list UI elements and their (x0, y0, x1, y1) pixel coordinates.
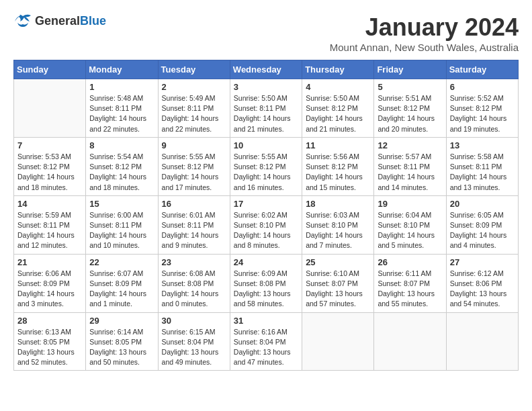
title-area: January 2024 Mount Annan, New South Wale… (330, 13, 519, 53)
day-info: Sunrise: 5:51 AM Sunset: 8:12 PM Dayligh… (378, 93, 442, 134)
calendar-cell: 6Sunrise: 5:52 AM Sunset: 8:12 PM Daylig… (446, 79, 518, 138)
week-row-1: 1Sunrise: 5:48 AM Sunset: 8:11 PM Daylig… (14, 79, 519, 138)
calendar-cell: 10Sunrise: 5:55 AM Sunset: 8:12 PM Dayli… (230, 137, 302, 195)
day-number: 12 (378, 140, 442, 150)
day-number: 4 (306, 82, 370, 92)
calendar-cell: 27Sunrise: 6:12 AM Sunset: 8:06 PM Dayli… (446, 254, 518, 312)
header-day-sunday: Sunday (14, 60, 86, 79)
day-number: 22 (89, 257, 154, 267)
day-number: 8 (89, 140, 154, 150)
day-number: 9 (162, 140, 226, 150)
calendar-cell: 18Sunrise: 6:03 AM Sunset: 8:10 PM Dayli… (302, 195, 374, 254)
day-info: Sunrise: 6:11 AM Sunset: 8:07 PM Dayligh… (378, 269, 442, 310)
day-info: Sunrise: 6:13 AM Sunset: 8:05 PM Dayligh… (17, 327, 82, 368)
day-number: 1 (89, 82, 154, 92)
day-info: Sunrise: 5:50 AM Sunset: 8:12 PM Dayligh… (306, 93, 370, 134)
header-day-tuesday: Tuesday (158, 60, 230, 79)
day-info: Sunrise: 5:53 AM Sunset: 8:12 PM Dayligh… (17, 152, 82, 193)
day-info: Sunrise: 6:02 AM Sunset: 8:10 PM Dayligh… (234, 210, 298, 251)
day-info: Sunrise: 6:15 AM Sunset: 8:04 PM Dayligh… (162, 327, 226, 368)
calendar-cell: 29Sunrise: 6:14 AM Sunset: 8:05 PM Dayli… (86, 312, 158, 371)
day-info: Sunrise: 6:01 AM Sunset: 8:11 PM Dayligh… (162, 210, 226, 251)
week-row-3: 14Sunrise: 5:59 AM Sunset: 8:11 PM Dayli… (14, 195, 519, 254)
day-info: Sunrise: 5:59 AM Sunset: 8:11 PM Dayligh… (17, 210, 82, 251)
day-number: 6 (450, 82, 515, 92)
calendar-cell: 2Sunrise: 5:49 AM Sunset: 8:11 PM Daylig… (158, 79, 230, 138)
calendar-cell: 4Sunrise: 5:50 AM Sunset: 8:12 PM Daylig… (302, 79, 374, 138)
calendar-cell (302, 312, 374, 371)
location-title: Mount Annan, New South Wales, Australia (330, 42, 519, 53)
day-info: Sunrise: 5:50 AM Sunset: 8:11 PM Dayligh… (234, 93, 298, 134)
week-row-4: 21Sunrise: 6:06 AM Sunset: 8:09 PM Dayli… (14, 254, 519, 312)
logo-text-general: General (35, 14, 80, 28)
calendar-cell (14, 79, 86, 138)
calendar-cell (446, 312, 518, 371)
day-info: Sunrise: 5:57 AM Sunset: 8:11 PM Dayligh… (378, 152, 442, 193)
calendar-cell: 5Sunrise: 5:51 AM Sunset: 8:12 PM Daylig… (374, 79, 446, 138)
calendar-cell: 12Sunrise: 5:57 AM Sunset: 8:11 PM Dayli… (374, 137, 446, 195)
calendar-cell: 13Sunrise: 5:58 AM Sunset: 8:11 PM Dayli… (446, 137, 518, 195)
logo: GeneralBlue (13, 13, 106, 28)
calendar-cell: 28Sunrise: 6:13 AM Sunset: 8:05 PM Dayli… (14, 312, 86, 371)
day-info: Sunrise: 6:14 AM Sunset: 8:05 PM Dayligh… (89, 327, 154, 368)
day-info: Sunrise: 6:05 AM Sunset: 8:09 PM Dayligh… (450, 210, 515, 251)
day-info: Sunrise: 6:09 AM Sunset: 8:08 PM Dayligh… (234, 269, 298, 310)
calendar-cell: 22Sunrise: 6:07 AM Sunset: 8:09 PM Dayli… (86, 254, 158, 312)
header-day-wednesday: Wednesday (230, 60, 302, 79)
day-info: Sunrise: 6:04 AM Sunset: 8:10 PM Dayligh… (378, 210, 442, 251)
day-number: 2 (162, 82, 226, 92)
calendar-table: SundayMondayTuesdayWednesdayThursdayFrid… (13, 60, 519, 371)
calendar-cell: 3Sunrise: 5:50 AM Sunset: 8:11 PM Daylig… (230, 79, 302, 138)
calendar-cell: 17Sunrise: 6:02 AM Sunset: 8:10 PM Dayli… (230, 195, 302, 254)
logo-text-blue: Blue (80, 14, 106, 28)
day-number: 21 (17, 257, 82, 267)
header-row: SundayMondayTuesdayWednesdayThursdayFrid… (14, 60, 519, 79)
day-info: Sunrise: 5:55 AM Sunset: 8:12 PM Dayligh… (162, 152, 226, 193)
day-info: Sunrise: 5:52 AM Sunset: 8:12 PM Dayligh… (450, 93, 515, 134)
day-number: 16 (162, 199, 226, 209)
day-info: Sunrise: 6:16 AM Sunset: 8:04 PM Dayligh… (234, 327, 298, 368)
calendar-cell: 23Sunrise: 6:08 AM Sunset: 8:08 PM Dayli… (158, 254, 230, 312)
day-number: 5 (378, 82, 442, 92)
calendar-cell: 8Sunrise: 5:54 AM Sunset: 8:12 PM Daylig… (86, 137, 158, 195)
day-number: 7 (17, 140, 82, 150)
day-number: 31 (234, 316, 298, 326)
day-number: 18 (306, 199, 370, 209)
day-number: 26 (378, 257, 442, 267)
day-number: 10 (234, 140, 298, 150)
month-title: January 2024 (330, 13, 519, 42)
day-info: Sunrise: 5:54 AM Sunset: 8:12 PM Dayligh… (89, 152, 154, 193)
calendar-cell: 20Sunrise: 6:05 AM Sunset: 8:09 PM Dayli… (446, 195, 518, 254)
calendar-cell (374, 312, 446, 371)
header-day-thursday: Thursday (302, 60, 374, 79)
day-number: 3 (234, 82, 298, 92)
day-number: 28 (17, 316, 82, 326)
day-number: 23 (162, 257, 226, 267)
header: GeneralBlue January 2024 Mount Annan, Ne… (13, 13, 519, 53)
header-day-monday: Monday (86, 60, 158, 79)
logo-icon (13, 13, 32, 28)
day-info: Sunrise: 6:12 AM Sunset: 8:06 PM Dayligh… (450, 269, 515, 310)
calendar-cell: 14Sunrise: 5:59 AM Sunset: 8:11 PM Dayli… (14, 195, 86, 254)
calendar-cell: 7Sunrise: 5:53 AM Sunset: 8:12 PM Daylig… (14, 137, 86, 195)
day-info: Sunrise: 6:06 AM Sunset: 8:09 PM Dayligh… (17, 269, 82, 310)
header-day-friday: Friday (374, 60, 446, 79)
day-info: Sunrise: 5:48 AM Sunset: 8:11 PM Dayligh… (89, 93, 154, 134)
day-info: Sunrise: 5:58 AM Sunset: 8:11 PM Dayligh… (450, 152, 515, 193)
day-number: 25 (306, 257, 370, 267)
day-info: Sunrise: 5:56 AM Sunset: 8:12 PM Dayligh… (306, 152, 370, 193)
calendar-cell: 1Sunrise: 5:48 AM Sunset: 8:11 PM Daylig… (86, 79, 158, 138)
day-number: 20 (450, 199, 515, 209)
calendar-cell: 19Sunrise: 6:04 AM Sunset: 8:10 PM Dayli… (374, 195, 446, 254)
day-number: 11 (306, 140, 370, 150)
day-info: Sunrise: 6:10 AM Sunset: 8:07 PM Dayligh… (306, 269, 370, 310)
calendar-cell: 30Sunrise: 6:15 AM Sunset: 8:04 PM Dayli… (158, 312, 230, 371)
calendar-cell: 15Sunrise: 6:00 AM Sunset: 8:11 PM Dayli… (86, 195, 158, 254)
week-row-5: 28Sunrise: 6:13 AM Sunset: 8:05 PM Dayli… (14, 312, 519, 371)
day-info: Sunrise: 6:03 AM Sunset: 8:10 PM Dayligh… (306, 210, 370, 251)
day-number: 15 (89, 199, 154, 209)
day-info: Sunrise: 5:49 AM Sunset: 8:11 PM Dayligh… (162, 93, 226, 134)
day-info: Sunrise: 6:08 AM Sunset: 8:08 PM Dayligh… (162, 269, 226, 310)
calendar-cell: 11Sunrise: 5:56 AM Sunset: 8:12 PM Dayli… (302, 137, 374, 195)
calendar-cell: 24Sunrise: 6:09 AM Sunset: 8:08 PM Dayli… (230, 254, 302, 312)
